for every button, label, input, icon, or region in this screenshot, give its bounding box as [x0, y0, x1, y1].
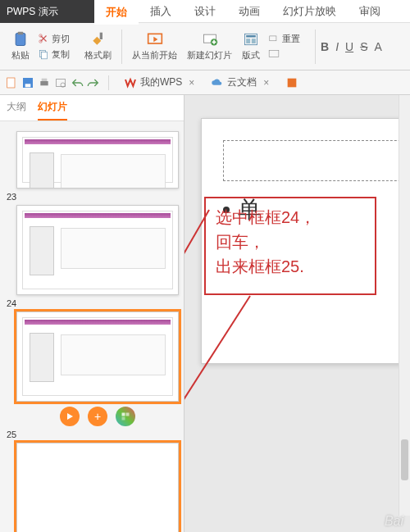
tab-design[interactable]: 设计 [183, 0, 227, 24]
close-icon[interactable]: × [189, 77, 194, 89]
copy-label: 复制 [52, 48, 70, 61]
file-tab-label: 我的WPS [140, 75, 182, 89]
underline-button[interactable]: U [345, 40, 353, 53]
svg-rect-19 [40, 81, 48, 85]
bold-button[interactable]: B [321, 40, 329, 53]
play-slide-button[interactable] [60, 407, 80, 426]
paste-label: 粘贴 [11, 49, 30, 61]
cut-button[interactable]: 剪切 [34, 32, 73, 46]
quick-access-bar: 我的WPS × 云文档 × [0, 70, 410, 95]
slide-editor[interactable]: 单 选中框框24， 回车， 出来框框25. [184, 95, 410, 532]
format-painter-label: 格式刷 [84, 49, 112, 61]
play-icon [65, 412, 75, 421]
svg-rect-13 [252, 39, 256, 43]
svg-rect-16 [7, 78, 15, 88]
print-preview-icon[interactable] [54, 76, 67, 89]
layout-button[interactable]: 版式 [237, 30, 265, 63]
tab-slideshow[interactable]: 幻灯片放映 [271, 0, 348, 24]
slide-panel: 大纲 幻灯片 23 24 [0, 95, 184, 532]
add-slide-button[interactable]: + [88, 407, 107, 426]
reset-button[interactable]: 重置 [265, 32, 303, 46]
svg-rect-18 [25, 84, 31, 87]
app-logo: P [7, 6, 13, 17]
thumbnail-list[interactable]: 23 24 + [0, 121, 184, 532]
scissors-icon [38, 33, 49, 44]
theme-button[interactable] [116, 407, 135, 426]
close-icon[interactable]: × [263, 77, 269, 89]
cloud-icon [211, 76, 224, 89]
reset-label: 重置 [282, 33, 300, 45]
slide-number: 24 [7, 298, 16, 308]
slide-thumbnail[interactable] [5, 131, 179, 189]
new-slide-icon [202, 31, 218, 48]
annotation-text: 回车， [216, 230, 365, 254]
strike-button[interactable]: S [360, 40, 367, 53]
new-file-icon[interactable] [5, 76, 18, 89]
svg-rect-15 [269, 50, 279, 57]
file-tab-label: 云文档 [227, 75, 257, 89]
svg-rect-11 [246, 35, 256, 38]
svg-rect-24 [122, 413, 125, 416]
watermark: Bai [385, 514, 403, 529]
svg-rect-5 [42, 52, 48, 59]
watermark-text: Bai [385, 514, 403, 528]
tab-review[interactable]: 审阅 [348, 0, 392, 24]
paste-button[interactable]: 粘贴 [7, 30, 34, 63]
cut-label: 剪切 [52, 33, 70, 45]
thumbnail-image [16, 443, 179, 532]
from-current-button[interactable]: 从当前开始 [127, 30, 182, 63]
svg-rect-23 [288, 78, 297, 87]
main-area: 大纲 幻灯片 23 24 [0, 95, 410, 532]
redo-icon[interactable] [87, 76, 100, 89]
app-name: WPS 演示 [13, 5, 58, 19]
separator [108, 75, 109, 90]
file-tab-mywps[interactable]: 我的WPS × [117, 73, 201, 92]
tab-home[interactable]: 开始 [94, 0, 139, 25]
text-format-group: B I U S A [321, 40, 382, 53]
thumbnail-image [16, 205, 179, 295]
undo-icon[interactable] [71, 76, 84, 89]
scroll-thumb[interactable] [401, 439, 408, 480]
panel-tabs: 大纲 幻灯片 [0, 95, 184, 121]
new-slide-button[interactable]: 新建幻灯片 [182, 30, 237, 63]
save-icon[interactable] [21, 76, 34, 89]
slide-thumbnail[interactable]: 24 + [5, 311, 179, 426]
panel-tab-slides[interactable]: 幻灯片 [38, 100, 67, 120]
wps-icon [124, 76, 137, 89]
brush-icon [90, 31, 107, 48]
slide-thumbnail[interactable]: 23 [5, 205, 179, 295]
tab-animation[interactable]: 动画 [227, 0, 271, 24]
layout-icon [243, 31, 259, 48]
annotation-text: 选中框框24， [216, 205, 365, 230]
thumbnail-image [16, 311, 179, 402]
file-tab-doc[interactable] [279, 74, 305, 92]
slide-thumbnail[interactable]: 25 [5, 443, 179, 532]
clipboard-icon [12, 31, 29, 48]
copy-button[interactable]: 复制 [34, 48, 73, 61]
svg-rect-26 [122, 417, 125, 421]
format-painter-button[interactable]: 格式刷 [80, 30, 116, 63]
new-slide-label: 新建幻灯片 [187, 49, 232, 61]
title-placeholder[interactable] [223, 140, 410, 181]
layout-small-icon [268, 48, 280, 60]
svg-rect-25 [126, 413, 130, 416]
tab-insert[interactable]: 插入 [139, 0, 183, 24]
layout-dropdown[interactable] [265, 48, 303, 61]
svg-rect-0 [16, 34, 25, 46]
panel-tab-outline[interactable]: 大纲 [7, 100, 26, 120]
thumbnail-image [16, 131, 179, 189]
palette-icon [121, 412, 130, 421]
print-icon[interactable] [38, 76, 51, 89]
font-a-button[interactable]: A [374, 40, 381, 53]
separator [315, 30, 316, 64]
slide-number: 25 [7, 430, 16, 439]
svg-rect-1 [18, 32, 24, 34]
presentation-icon [285, 76, 298, 89]
separator [121, 30, 122, 64]
vertical-scrollbar[interactable] [399, 95, 410, 516]
slide-number: 23 [7, 192, 16, 202]
file-tab-cloud[interactable]: 云文档 × [204, 73, 276, 92]
svg-rect-14 [270, 35, 276, 40]
italic-button[interactable]: I [335, 40, 339, 53]
thumbnail-actions: + [16, 407, 179, 426]
